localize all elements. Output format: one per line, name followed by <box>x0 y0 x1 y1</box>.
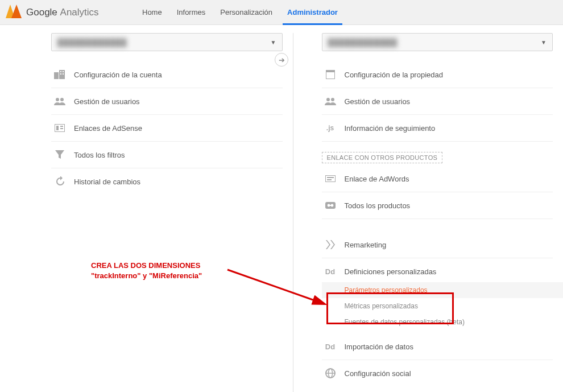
adsense-icon <box>53 122 66 134</box>
svg-marker-28 <box>326 240 330 249</box>
arrow-right-icon: ➔ <box>279 56 285 64</box>
menu-item-user-management[interactable]: Gestión de usuarios <box>51 88 283 115</box>
logo-text-thin: Analytics <box>60 7 99 18</box>
link-icon <box>324 200 337 211</box>
account-dropdown[interactable]: ████████████ ▼ <box>51 33 283 51</box>
svg-rect-27 <box>329 205 332 206</box>
svg-marker-16 <box>55 150 64 159</box>
chevron-down-icon: ▼ <box>541 39 547 46</box>
menu-item-property-settings[interactable]: Configuración de la propiedad <box>322 61 553 88</box>
svg-point-11 <box>60 98 64 101</box>
sub-item-custom-data-sources[interactable]: Fuentes de datos personalizadas (beta) <box>345 314 553 330</box>
menu-item-history[interactable]: Historial de cambios <box>51 168 283 195</box>
menu-item-filters[interactable]: Todos los filtros <box>51 142 283 168</box>
ga-logo-icon <box>6 5 22 20</box>
account-dropdown-value: ████████████ <box>57 38 127 47</box>
menu-label: Enlaces de AdSense <box>74 124 142 133</box>
topbar: Google Analytics Home Informes Personali… <box>0 0 563 25</box>
menu-item-user-management-property[interactable]: Gestión de usuarios <box>322 88 553 115</box>
section-header-products: ENLACE CON OTROS PRODUCTOS <box>322 152 443 163</box>
tab-personalizacion[interactable]: Personalización <box>220 0 272 25</box>
custom-definitions-sublist: Parámetros personalizados Métricas perso… <box>322 282 553 330</box>
menu-label: Configuración social <box>345 369 411 378</box>
menu-label: Enlace de AdWords <box>345 175 409 183</box>
menu-item-account-settings[interactable]: Configuración de la cuenta <box>51 61 283 88</box>
property-dropdown[interactable]: ████████████ ▼ <box>322 33 553 51</box>
menu-item-social-config[interactable]: Configuración social <box>322 360 553 386</box>
svg-rect-9 <box>63 73 64 75</box>
ga-logo: Google Analytics <box>6 5 119 20</box>
funnel-icon <box>53 149 66 160</box>
menu-label: Información de seguimiento <box>345 124 436 133</box>
users-icon <box>53 96 66 107</box>
nav-tabs: Home Informes Personalización Administra… <box>142 0 338 25</box>
history-icon <box>53 176 66 187</box>
menu-label: Historial de cambios <box>74 178 140 186</box>
svg-rect-21 <box>325 175 336 182</box>
svg-point-19 <box>326 98 330 101</box>
svg-rect-8 <box>60 73 61 75</box>
logo-text-bold: Google <box>26 7 57 18</box>
move-right-button[interactable]: ➔ <box>275 53 288 67</box>
menu-label: Gestión de usuarios <box>74 97 140 106</box>
menu-label: Todos los productos <box>345 201 411 210</box>
tab-home[interactable]: Home <box>142 0 162 25</box>
sub-item-custom-metrics[interactable]: Métricas personalizadas <box>345 298 553 314</box>
menu-label: Definiciones personalizadas <box>345 267 437 276</box>
svg-rect-18 <box>326 70 335 72</box>
annotation-arrow-icon <box>225 261 338 318</box>
menu-item-all-products[interactable]: Todos los productos <box>322 192 553 219</box>
dd-icon: Dd <box>324 341 337 352</box>
chevron-down-icon: ▼ <box>271 39 276 46</box>
menu-label: Remarketing <box>345 241 387 249</box>
tab-administrador[interactable]: Administrador <box>287 0 338 25</box>
svg-rect-23 <box>327 179 332 180</box>
menu-label: Todos los filtros <box>74 151 125 159</box>
account-column: ████████████ ▼ Configuración de la cuent… <box>0 33 293 392</box>
remarketing-icon <box>324 239 337 250</box>
svg-point-20 <box>331 98 334 101</box>
menu-item-data-import[interactable]: Dd Importación de datos <box>322 333 553 360</box>
sub-item-custom-dimensions[interactable]: Parámetros personalizados <box>322 282 564 298</box>
svg-marker-1 <box>11 5 22 18</box>
annotation-text: CREA LAS DOS DIMENSIONES "trackInterno" … <box>91 261 202 281</box>
menu-item-adwords[interactable]: Enlace de AdWords <box>322 166 553 192</box>
annotation-line1: CREA LAS DOS DIMENSIONES <box>91 261 202 271</box>
property-column: ████████████ ▼ Configuración de la propi… <box>293 33 564 392</box>
svg-point-10 <box>56 98 59 101</box>
svg-rect-6 <box>60 71 61 72</box>
menu-item-custom-definitions[interactable]: Dd Definiciones personalizadas <box>322 258 553 284</box>
card-icon <box>324 173 337 184</box>
svg-rect-22 <box>327 177 334 178</box>
property-dropdown-value: ████████████ <box>328 38 398 47</box>
svg-rect-4 <box>54 72 59 79</box>
menu-label: Configuración de la cuenta <box>74 71 162 79</box>
tab-informes[interactable]: Informes <box>177 0 206 25</box>
svg-rect-7 <box>63 71 64 72</box>
svg-rect-12 <box>55 124 65 132</box>
menu-item-tracking-info[interactable]: .js Información de seguimiento <box>322 115 553 142</box>
menu-label: Importación de datos <box>345 343 413 351</box>
svg-rect-14 <box>60 126 63 127</box>
menu-label: Configuración de la propiedad <box>345 71 443 79</box>
menu-label: Gestión de usuarios <box>345 97 411 106</box>
globe-icon <box>324 368 337 379</box>
svg-rect-13 <box>56 126 59 130</box>
svg-rect-5 <box>59 70 65 79</box>
building-icon <box>53 69 66 80</box>
js-icon: .js <box>324 122 337 134</box>
svg-line-3 <box>227 270 324 304</box>
annotation-line2: "trackInterno" y "MiReferencia" <box>91 271 202 281</box>
menu-item-remarketing[interactable]: Remarketing <box>322 232 553 258</box>
page-icon <box>324 69 337 80</box>
menu-item-adsense[interactable]: Enlaces de AdSense <box>51 115 283 142</box>
svg-marker-29 <box>330 240 335 249</box>
admin-content: CREA LAS DOS DIMENSIONES "trackInterno" … <box>0 25 563 392</box>
svg-rect-15 <box>60 128 63 129</box>
users-icon <box>324 96 337 107</box>
